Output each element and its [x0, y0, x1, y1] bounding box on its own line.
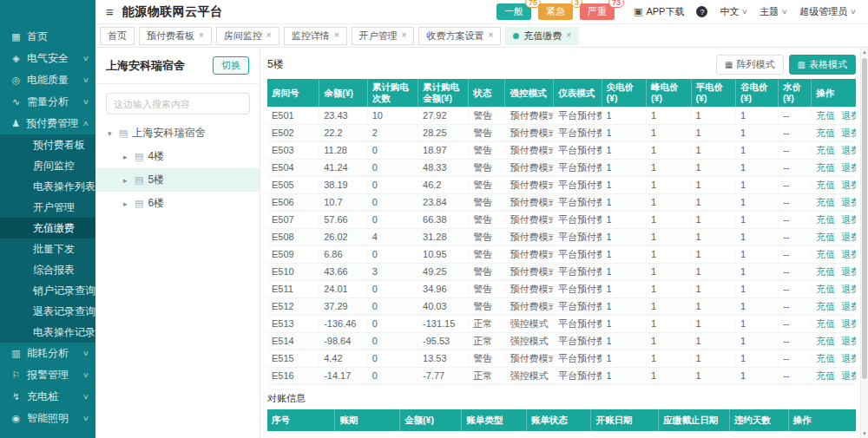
scroll-down-icon[interactable]: ▼: [861, 431, 868, 436]
sidebar-item-energy-analysis[interactable]: ▥能耗分析∨: [0, 343, 95, 364]
tree-node-floor-4楼[interactable]: ▸▤4楼: [95, 145, 260, 168]
sidebar-item-account-management[interactable]: 开户管理: [0, 197, 95, 218]
refund-link[interactable]: 退费: [841, 284, 856, 294]
refund-link[interactable]: 退费: [841, 249, 856, 259]
recharge-link[interactable]: 充值: [816, 370, 835, 381]
refund-link[interactable]: 退费: [841, 266, 856, 277]
recharge-link[interactable]: 充值: [816, 127, 835, 138]
tab-room-monitoring[interactable]: 房间监控×: [216, 27, 279, 45]
tree-search-input[interactable]: [106, 93, 250, 114]
caret-right-icon[interactable]: ▸: [123, 153, 130, 161]
recharge-link[interactable]: 充值: [816, 180, 835, 190]
language-selector[interactable]: 中文 ∨: [720, 5, 747, 18]
refund-link[interactable]: 退费: [841, 318, 856, 329]
cell-operations: 充值退费: [811, 193, 856, 211]
grid-mode-button[interactable]: ▦ 阵列模式: [716, 55, 783, 75]
alarm-badge-general[interactable]: 一般75: [496, 3, 531, 20]
refund-link[interactable]: 退费: [841, 232, 856, 242]
tab-prepaid-dashboard[interactable]: 预付费看板×: [139, 27, 212, 45]
scroll-up-icon[interactable]: ▲: [861, 49, 868, 55]
help-icon[interactable]: ?: [696, 6, 707, 17]
cell-room: E509: [267, 245, 319, 263]
sidebar-item-recharge-payment[interactable]: 充值缴费: [0, 218, 95, 239]
sidebar-item-batch-dispatch[interactable]: 批量下发: [0, 239, 95, 259]
tab-billing-scheme[interactable]: 收费方案设置×: [418, 27, 501, 45]
caret-down-icon[interactable]: ▾: [108, 129, 115, 138]
refund-link[interactable]: 退费: [841, 353, 856, 363]
close-icon[interactable]: ×: [566, 31, 571, 40]
close-icon[interactable]: ×: [488, 31, 493, 40]
refund-link[interactable]: 退费: [841, 197, 856, 207]
sidebar-item-prepaid-dashboard[interactable]: 预付费看板: [0, 134, 95, 155]
refund-link[interactable]: 退费: [841, 110, 856, 121]
sidebar-item-room-monitoring[interactable]: 房间监控: [0, 155, 95, 176]
caret-right-icon[interactable]: ▸: [123, 176, 130, 185]
cell-room: E507: [267, 211, 319, 228]
recharge-link[interactable]: 充值: [816, 353, 835, 363]
refund-link[interactable]: 退费: [841, 127, 856, 138]
refund-link[interactable]: 退费: [841, 214, 856, 225]
recharge-link[interactable]: 充值: [816, 110, 835, 121]
close-icon[interactable]: ×: [199, 31, 204, 40]
sidebar-item-home[interactable]: ▦首页: [0, 26, 95, 48]
refund-link[interactable]: 退费: [841, 145, 856, 155]
sidebar-item-meter-operation-records[interactable]: 电表操作记录: [0, 322, 95, 343]
sidebar-item-power-quality[interactable]: ◎电能质量∨: [0, 69, 95, 91]
recharge-link[interactable]: 充值: [816, 249, 835, 259]
refund-link[interactable]: 退费: [841, 370, 856, 381]
tab-monitoring-detail[interactable]: 监控详情×: [284, 27, 347, 45]
recharge-link[interactable]: 充值: [816, 301, 835, 311]
sidebar-item-electrical-safety[interactable]: ◈电气安全∨: [0, 48, 95, 69]
sidebar-item-alarm-management[interactable]: ⚐报警管理∨: [0, 364, 95, 386]
table-mode-button[interactable]: ▥ 表格模式: [789, 55, 856, 75]
sidebar-item-prepaid-management[interactable]: ♟预付费管理∧: [0, 113, 95, 134]
recharge-link[interactable]: 充值: [816, 318, 835, 329]
alarm-badge-severe[interactable]: 严重73: [580, 3, 615, 20]
recharge-link[interactable]: 充值: [816, 214, 835, 225]
menu-toggle-icon[interactable]: ≡: [106, 4, 114, 19]
cell-times: 0: [367, 176, 418, 193]
scrollbar-thumb[interactable]: [862, 58, 867, 379]
close-icon[interactable]: ×: [334, 31, 339, 40]
tree-node-floor-6楼[interactable]: ▸▤6楼: [95, 192, 260, 215]
recharge-link[interactable]: 充值: [816, 284, 835, 294]
sidebar-item-demand-analysis[interactable]: ∿需量分析∨: [0, 91, 95, 113]
user-menu[interactable]: 超级管理员 ∨: [799, 5, 856, 18]
close-icon[interactable]: ×: [266, 31, 272, 40]
building-icon: ▤: [135, 174, 143, 186]
cell-water: --: [778, 245, 811, 263]
sidebar-item-charging-pile[interactable]: ↯充电桩∨: [0, 386, 95, 408]
refund-link[interactable]: 退费: [841, 162, 856, 173]
switch-button[interactable]: 切换: [213, 56, 249, 75]
sidebar-item-smart-lighting[interactable]: ◉智能照明∨: [0, 408, 95, 429]
sidebar-item-comprehensive-report[interactable]: 综合报表: [0, 259, 95, 280]
tree-node-floor-5楼[interactable]: ▸▤5楼: [95, 168, 260, 192]
sidebar-item-account-cancel-records[interactable]: 销户记录查询: [0, 280, 95, 301]
tab-label: 收费方案设置: [426, 29, 483, 42]
alarm-badge-urgent[interactable]: 紧急3: [538, 3, 573, 20]
recharge-link[interactable]: 充值: [816, 162, 835, 173]
sidebar-item-meter-return-records[interactable]: 退表记录查询: [0, 301, 95, 322]
tree-node-root[interactable]: ▾ ▤ 上海安科瑞宿舍: [95, 121, 260, 145]
app-download-link[interactable]: ▣ APP下载: [634, 5, 684, 18]
recharge-link[interactable]: 充值: [816, 197, 835, 207]
sidebar-item-meter-operation-list[interactable]: 电表操作列表: [0, 176, 95, 197]
recharge-link[interactable]: 充值: [816, 336, 835, 346]
cell-peak: 1: [647, 297, 692, 315]
vertical-scrollbar[interactable]: ▲ ▼: [860, 48, 868, 438]
tab-account-management[interactable]: 开户管理×: [352, 27, 415, 45]
recharge-link[interactable]: 充值: [816, 266, 835, 277]
refund-link[interactable]: 退费: [841, 336, 856, 346]
caret-right-icon[interactable]: ▸: [123, 199, 130, 208]
close-icon[interactable]: ×: [402, 31, 407, 40]
refund-link[interactable]: 退费: [841, 180, 856, 190]
tab-home[interactable]: 首页: [100, 27, 135, 45]
cell-water: --: [778, 124, 811, 141]
tab-recharge-payment[interactable]: 充值缴费×: [505, 27, 579, 45]
refund-link[interactable]: 退费: [841, 301, 856, 311]
recharge-link[interactable]: 充值: [816, 232, 835, 242]
cell-peak: 1: [647, 332, 692, 350]
recharge-link[interactable]: 充值: [816, 145, 835, 155]
prepaid-management-icon: ♟: [10, 118, 21, 129]
theme-selector[interactable]: 主题 ∨: [760, 5, 787, 18]
